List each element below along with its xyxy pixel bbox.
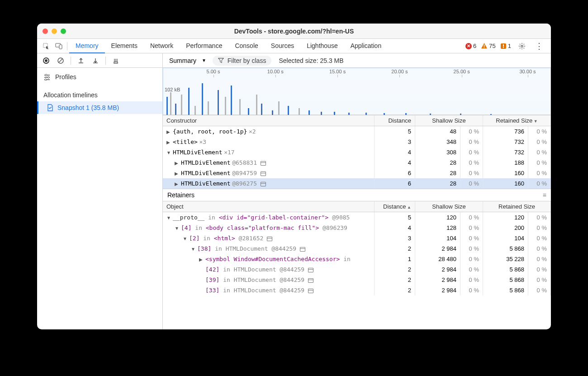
table-row[interactable]: ▶<symbol Window#DocumentCachedAccessor> …: [163, 254, 551, 264]
retainers-table: Object Distance Shallow Size Retained Si…: [163, 201, 551, 295]
tab-network[interactable]: Network: [144, 39, 180, 53]
tab-sources[interactable]: Sources: [265, 39, 300, 53]
alloc-bar[interactable]: [299, 108, 300, 115]
table-row[interactable]: ▶HTMLDivElement @658831 4280 %1880 %: [163, 157, 551, 168]
constructor-table: Constructor Distance Shallow Size Retain…: [163, 115, 551, 189]
alloc-bar[interactable]: [261, 104, 262, 115]
alloc-bar[interactable]: [308, 110, 310, 115]
class-filter-input[interactable]: Filter by class: [213, 56, 272, 66]
table-row[interactable]: ▶{auth, root, root-1p} ×25480 %7360 %: [163, 126, 551, 137]
tab-lighthouse[interactable]: Lighthouse: [300, 39, 344, 53]
expand-icon[interactable]: ▼: [175, 226, 179, 231]
zoom-icon[interactable]: [61, 29, 66, 34]
tab-application[interactable]: Application: [344, 39, 388, 53]
import-icon[interactable]: [89, 54, 102, 67]
alloc-bar[interactable]: [334, 112, 335, 115]
alloc-bar[interactable]: [239, 99, 241, 115]
alloc-bar[interactable]: [384, 113, 385, 115]
alloc-bar[interactable]: [166, 97, 168, 115]
table-row[interactable]: ▼[4] in <body class="platform-mac fill">…: [163, 223, 551, 233]
table-row[interactable]: [33] in HTMLDocument @844259 22 9840 %5 …: [163, 285, 551, 295]
expand-icon[interactable]: ▶: [175, 171, 179, 176]
table-row[interactable]: ▼[38] in HTMLDocument @844259 22 9840 %5…: [163, 243, 551, 254]
alloc-bar[interactable]: [194, 106, 196, 115]
window-icon: [308, 289, 313, 293]
table-row[interactable]: ▼HTMLDivElement ×1743080 %7320 %: [163, 147, 551, 157]
col-shallow[interactable]: Shallow Size: [415, 201, 483, 212]
issues-badge[interactable]: 1: [500, 43, 511, 49]
alloc-bar[interactable]: [248, 108, 249, 115]
tab-elements[interactable]: Elements: [105, 39, 144, 53]
alloc-bar[interactable]: [365, 113, 367, 115]
expand-icon[interactable]: ▼: [183, 236, 187, 241]
alloc-bar[interactable]: [202, 83, 203, 115]
tab-memory[interactable]: Memory: [69, 39, 105, 53]
record-icon[interactable]: [40, 54, 52, 67]
alloc-bar[interactable]: [218, 90, 219, 115]
col-constructor[interactable]: Constructor: [163, 115, 375, 126]
alloc-bar[interactable]: [170, 92, 171, 115]
table-row[interactable]: ▶<title> ×333480 %7320 %: [163, 137, 551, 147]
more-menu-icon[interactable]: ⋮: [533, 40, 545, 52]
menu-icon[interactable]: ≡: [543, 191, 546, 199]
alloc-bar[interactable]: [272, 110, 273, 115]
svg-line-12: [59, 59, 62, 62]
col-object[interactable]: Object: [163, 201, 375, 212]
tick-label: 15.00 s: [329, 69, 346, 74]
close-icon[interactable]: [43, 29, 48, 34]
settings-icon[interactable]: [516, 40, 528, 52]
alloc-bar[interactable]: [208, 101, 209, 115]
table-row[interactable]: [42] in HTMLDocument @844259 22 9840 %5 …: [163, 264, 551, 275]
expand-icon[interactable]: ▼: [191, 247, 195, 252]
inspect-element-icon[interactable]: [40, 40, 52, 52]
alloc-bar[interactable]: [188, 88, 190, 115]
export-icon[interactable]: [75, 54, 87, 67]
alloc-bar[interactable]: [231, 86, 232, 115]
table-row[interactable]: [39] in HTMLDocument @844259 22 9840 %5 …: [163, 275, 551, 285]
table-row[interactable]: ▼__proto__ in <div id="grid-label-contai…: [163, 212, 551, 223]
alloc-bar[interactable]: [175, 104, 176, 115]
svg-point-20: [47, 76, 49, 78]
minimize-icon[interactable]: [52, 29, 57, 34]
clear-icon[interactable]: [54, 54, 67, 67]
alloc-bar[interactable]: [405, 113, 407, 115]
device-toggle-icon[interactable]: [52, 40, 65, 52]
alloc-bar[interactable]: [181, 95, 182, 115]
view-mode-dropdown[interactable]: Summary ▼: [167, 56, 208, 65]
table-row[interactable]: ▶HTMLDivElement @896275 6280 %1600 %: [163, 178, 551, 189]
tick-label: 10.00 s: [267, 69, 284, 74]
expand-icon[interactable]: ▶: [175, 161, 179, 166]
warnings-badge[interactable]: 75: [481, 43, 495, 49]
alloc-bar[interactable]: [348, 113, 350, 115]
expand-icon[interactable]: ▶: [166, 129, 171, 134]
alloc-bar[interactable]: [256, 95, 257, 115]
tab-performance[interactable]: Performance: [180, 39, 228, 53]
expand-icon[interactable]: ▼: [166, 150, 171, 155]
sidebar-item-snapshot[interactable]: Snapshot 1 (35.8 MB): [37, 101, 162, 114]
tab-console[interactable]: Console: [228, 39, 264, 53]
alloc-bar[interactable]: [278, 101, 280, 115]
expand-icon[interactable]: ▶: [166, 140, 171, 145]
svg-rect-7: [503, 47, 504, 48]
col-distance[interactable]: Distance: [375, 201, 415, 212]
sliders-icon[interactable]: [43, 73, 51, 81]
col-retained[interactable]: Retained Size: [483, 115, 551, 126]
alloc-bar[interactable]: [430, 114, 431, 115]
table-row[interactable]: ▼[2] in <html> @281652 31040 %1040 %: [163, 233, 551, 243]
col-distance[interactable]: Distance: [375, 115, 415, 126]
alloc-bar[interactable]: [460, 114, 461, 115]
expand-icon[interactable]: ▶: [175, 181, 179, 186]
alloc-bar[interactable]: [321, 112, 322, 115]
alloc-bar[interactable]: [490, 114, 492, 115]
col-shallow[interactable]: Shallow Size: [415, 115, 483, 126]
alloc-bar[interactable]: [225, 97, 226, 115]
gc-icon[interactable]: [109, 54, 122, 67]
col-retained[interactable]: Retained Size: [483, 201, 551, 212]
alloc-bar[interactable]: [288, 106, 289, 115]
allocation-timeline-chart[interactable]: 5.00 s10.00 s15.00 s20.00 s25.00 s30.00 …: [163, 68, 551, 115]
expand-icon[interactable]: ▶: [199, 257, 204, 262]
expand-icon[interactable]: ▼: [166, 215, 171, 220]
errors-badge[interactable]: ✕ 6: [465, 43, 476, 49]
table-row[interactable]: ▶HTMLDivElement @894759 6280 %1600 %: [163, 168, 551, 178]
chevron-down-icon: ▼: [202, 58, 206, 63]
